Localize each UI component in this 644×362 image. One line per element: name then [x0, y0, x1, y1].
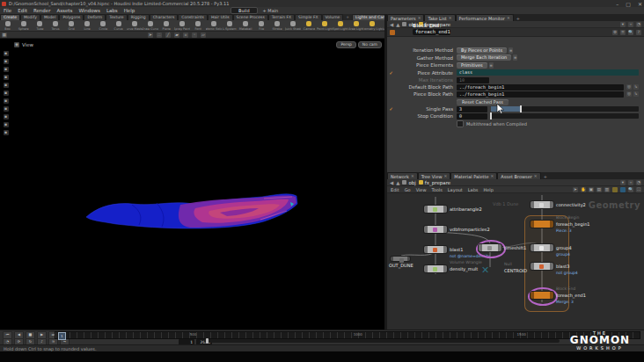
node-group4[interactable]: group4group4 [531, 244, 553, 251]
close-tab-icon[interactable]: ✕ [444, 174, 448, 178]
node-timeshift1[interactable]: timeshift1 [479, 244, 501, 251]
param-menu-icon[interactable]: ≡ [509, 47, 513, 54]
dropdown-icon[interactable]: ▾ [620, 22, 626, 27]
shelf-tool-quick-shade[interactable]: Quick Shade [285, 20, 301, 31]
close-tab-icon[interactable]: ✕ [534, 174, 538, 178]
slider-stop-condition[interactable] [491, 113, 639, 119]
desktop-selector[interactable]: Build [231, 7, 258, 14]
back-icon[interactable]: ◀ [390, 22, 393, 27]
menu-file[interactable]: File [4, 8, 11, 13]
select-mode-icon[interactable]: ➤ [148, 33, 153, 38]
shelf-tool-line[interactable]: Line [79, 20, 95, 31]
close-tab-icon[interactable]: ✕ [418, 16, 421, 20]
add-icon[interactable]: ＋ [628, 180, 633, 185]
shelf-tool-point-light[interactable]: Point Light [317, 20, 333, 31]
snap-tool-icon[interactable]: ▪ [4, 98, 9, 104]
camera-select-button[interactable]: No cam [358, 41, 382, 48]
shelf-tool-draw-curve[interactable]: Draw Curve [143, 20, 158, 31]
open-path-icon[interactable]: ↳ [633, 91, 639, 97]
construction-plane-icon[interactable]: ▱ [201, 33, 206, 38]
add-icon[interactable]: ＋ [628, 22, 633, 27]
pointer-icon[interactable]: ➤ [573, 187, 578, 192]
scale-tool-icon[interactable]: ▪ [4, 83, 9, 88]
view-tool-icon[interactable]: ▪ [4, 51, 9, 56]
shelf-tab-rigging[interactable]: Rigging [128, 14, 150, 20]
new-desktop-tab[interactable]: + Main [263, 8, 279, 13]
shelf-tool-stroke[interactable]: Stroke [269, 20, 285, 31]
dropdown-piece-elements[interactable]: Primitives [457, 62, 487, 69]
netmenu-help[interactable]: Help [483, 187, 493, 192]
menu-labs[interactable]: Labs [106, 8, 118, 13]
close-tab-icon[interactable]: ✕ [411, 174, 414, 178]
shelf-tool-l-system[interactable]: L-System [222, 20, 238, 31]
shelf-tool-spot-light[interactable]: Spot Light [333, 20, 348, 31]
shelf-tool-curve-master[interactable]: Curve Master [127, 20, 143, 31]
node-centroid[interactable]: ✕CENTROIDNull [479, 267, 501, 274]
help-icon[interactable]: ? [636, 30, 641, 35]
node-blast3[interactable]: blast3not group4 [531, 263, 553, 270]
dropdown-gather-method[interactable]: Merge Each Iteration [457, 54, 511, 61]
shelf-tool-box[interactable]: Box [0, 20, 16, 31]
persp-view-button[interactable]: Persp [336, 41, 355, 48]
recent-icon[interactable]: ◔ [636, 22, 641, 27]
network-graph[interactable]: Geometry Vdb 1 Dune OUT_DUNEattribwrangl… [387, 193, 644, 329]
close-button[interactable]: ✕ [638, 1, 642, 7]
menu-help[interactable]: Help [124, 8, 135, 13]
scene-viewport[interactable] [0, 39, 384, 329]
edges-mode-icon[interactable]: ╱ [165, 33, 171, 38]
slider-handle[interactable] [520, 105, 522, 112]
node-foreach-begin1[interactable]: foreach_begin1Block BeginPiece: 3 [531, 221, 553, 228]
value-stop-condition[interactable]: 0 [457, 113, 487, 119]
snap-grid-icon[interactable]: ⌗ [183, 33, 188, 38]
translate-tool-icon[interactable]: ▪ [4, 67, 9, 72]
field-default-block-path[interactable]: ../foreach_begin1 [457, 84, 624, 90]
tab-material-palette[interactable]: Material Palette✕ [450, 172, 497, 179]
node-vdbfromparticles2[interactable]: vdbfromparticles2 [424, 226, 447, 233]
lasso-tool-icon[interactable]: ▪ [4, 106, 9, 112]
search-icon[interactable]: 🔍 [628, 30, 633, 35]
shelf-tab-model[interactable]: Model [40, 14, 60, 20]
playhead-marker[interactable]: 1 [58, 332, 66, 340]
shelf-tool-font[interactable]: Font [190, 20, 206, 31]
path-root[interactable]: obj [402, 180, 415, 185]
param-menu-icon[interactable]: ≡ [489, 62, 494, 69]
multithread-checkbox[interactable] [457, 120, 464, 127]
param-check[interactable]: ✓ [387, 70, 395, 76]
slider-handle[interactable] [490, 112, 492, 119]
shelf-tool-platonic-solids[interactable]: Platonic Solids [206, 20, 222, 31]
brush-tool-icon[interactable]: ▪ [4, 114, 9, 119]
netmenu-view[interactable]: View [416, 187, 427, 192]
node-blast1[interactable]: blast1not @name=density [424, 246, 447, 253]
new-tab-button[interactable]: + [514, 15, 523, 21]
close-tab-icon[interactable]: ✕ [507, 16, 510, 20]
param-check[interactable]: ✓ [387, 106, 395, 112]
recent-icon[interactable]: ◔ [636, 180, 641, 185]
shelf-tool-area-light[interactable]: Area Light [348, 20, 364, 31]
netmenu-tools[interactable]: Tools [432, 187, 443, 192]
shelf-tool-grid[interactable]: Grid [63, 20, 79, 31]
expand-icon[interactable]: ⛶ [636, 187, 641, 192]
shelf-tool-file[interactable]: File [253, 20, 269, 31]
shelf-tab-texture[interactable]: Texture [106, 14, 127, 20]
dropdown-icon[interactable]: ▾ [620, 180, 626, 185]
netmenu-edit[interactable]: Edit [391, 187, 399, 192]
field-piece-block-path[interactable]: ../foreach_begin1 [457, 91, 624, 98]
points-mode-icon[interactable]: ∴ [157, 33, 162, 38]
shape-palette-icon[interactable] [620, 187, 626, 192]
shelf-tool-torus[interactable]: Torus [48, 20, 63, 31]
shelf-tab-modify[interactable]: Modify [20, 14, 40, 20]
list-view-icon[interactable]: ▥ [604, 187, 610, 192]
zoom-icon[interactable]: 🔍 [628, 187, 633, 192]
node-out-dune[interactable]: OUT_DUNE [391, 257, 413, 264]
shelf-tool-camera[interactable]: Camera [301, 20, 317, 31]
shelf-tool-spray-paint[interactable]: Spray Paint [174, 20, 190, 31]
tab-network[interactable]: Network✕ [387, 172, 418, 179]
tab-take-list[interactable]: Take List✕ [424, 14, 455, 21]
netmenu-go[interactable]: Go [405, 187, 411, 192]
shelf-tab-scene-process[interactable]: Scene Process [233, 14, 268, 20]
value-single-pass[interactable]: 3 [457, 106, 487, 112]
select-tool-icon[interactable]: ▪ [4, 59, 9, 64]
shelf-tab-terrain-fx[interactable]: Terrain FX [268, 14, 295, 20]
node-connectivity2[interactable]: connectivity2 [531, 201, 553, 208]
tab-tree-view[interactable]: Tree View✕ [418, 172, 451, 179]
